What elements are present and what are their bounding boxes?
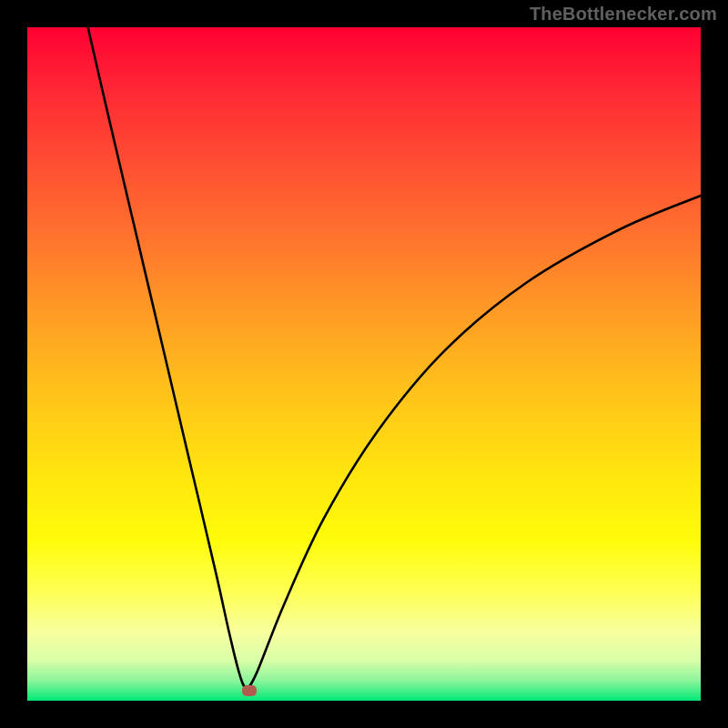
chart-frame: TheBottlenecker.com: [0, 0, 728, 728]
watermark-text: TheBottlenecker.com: [530, 4, 717, 25]
curve-svg: [27, 27, 701, 701]
bottleneck-curve-path: [88, 27, 701, 687]
min-marker: [242, 685, 257, 696]
plot-area: [27, 27, 701, 701]
